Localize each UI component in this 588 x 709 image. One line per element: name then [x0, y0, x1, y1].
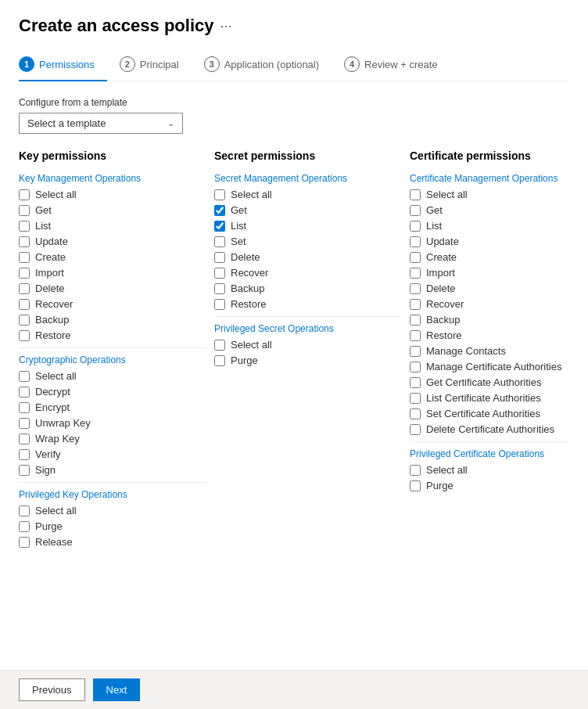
key-recover-checkbox[interactable]: [19, 299, 30, 310]
cert-delete-checkbox[interactable]: [410, 283, 421, 294]
cert-priv-select-all-checkbox[interactable]: [410, 465, 421, 476]
secret-purge-checkbox[interactable]: [214, 355, 225, 366]
cert-get-ca-checkbox[interactable]: [410, 377, 421, 388]
secret-recover-checkbox[interactable]: [214, 268, 225, 279]
key-delete: Delete: [19, 283, 206, 294]
secret-backup-label: Backup: [231, 283, 264, 294]
secret-permissions-header: Secret permissions: [214, 149, 402, 162]
secret-set-checkbox[interactable]: [214, 236, 225, 247]
cert-recover-checkbox[interactable]: [410, 299, 421, 310]
tab-permissions[interactable]: 1 Permissions: [19, 50, 107, 81]
key-recover-label: Recover: [35, 298, 73, 310]
previous-button[interactable]: Previous: [19, 678, 85, 701]
key-create-label: Create: [35, 251, 66, 263]
key-purge-checkbox[interactable]: [19, 521, 30, 532]
cert-restore-checkbox[interactable]: [410, 330, 421, 341]
key-delete-checkbox[interactable]: [19, 283, 30, 294]
key-unwrap-checkbox[interactable]: [19, 418, 30, 429]
key-select-all-label: Select all: [35, 189, 77, 200]
cert-import: Import: [410, 267, 569, 279]
cert-purge: Purge: [410, 480, 569, 491]
cert-restore: Restore: [410, 329, 569, 341]
secret-restore: Restore: [214, 298, 402, 310]
cert-get: Get: [410, 204, 569, 216]
key-priv-select-all-checkbox[interactable]: [19, 506, 30, 516]
secret-restore-checkbox[interactable]: [214, 299, 225, 310]
cert-get-label: Get: [426, 204, 443, 216]
key-release-checkbox[interactable]: [19, 537, 30, 548]
cert-restore-label: Restore: [426, 329, 462, 341]
cert-select-all-checkbox[interactable]: [410, 189, 421, 200]
tab-application-label: Application (optional): [224, 59, 319, 70]
tab-number-4: 4: [344, 56, 360, 72]
cert-create-checkbox[interactable]: [410, 252, 421, 263]
key-sign-checkbox[interactable]: [19, 465, 30, 476]
secret-recover-label: Recover: [231, 267, 268, 279]
key-select-all-checkbox[interactable]: [19, 189, 30, 200]
cert-list-ca-checkbox[interactable]: [410, 393, 421, 404]
tab-review[interactable]: 4 Review + create: [332, 50, 450, 81]
key-unwrap: Unwrap Key: [19, 417, 206, 429]
more-icon[interactable]: ···: [220, 18, 231, 34]
key-release: Release: [19, 536, 206, 548]
secret-list-checkbox[interactable]: [214, 221, 225, 232]
key-decrypt: Decrypt: [19, 386, 206, 398]
priv-secret-ops-title: Privileged Secret Operations: [214, 323, 402, 334]
cert-create-label: Create: [426, 251, 457, 263]
key-crypto-select-all-checkbox[interactable]: [19, 371, 30, 382]
cert-import-checkbox[interactable]: [410, 268, 421, 279]
footer-bar: Previous Next: [0, 670, 588, 709]
key-unwrap-label: Unwrap Key: [35, 417, 91, 429]
key-encrypt-label: Encrypt: [35, 401, 70, 413]
cert-purge-checkbox[interactable]: [410, 480, 421, 491]
tab-application[interactable]: 3 Application (optional): [192, 50, 332, 81]
secret-backup-checkbox[interactable]: [214, 283, 225, 294]
cert-list-label: List: [426, 220, 442, 232]
template-dropdown[interactable]: Select a template ⌄: [19, 113, 183, 134]
key-list-checkbox[interactable]: [19, 221, 30, 232]
cert-set-ca-checkbox[interactable]: [410, 408, 421, 419]
cert-set-ca-label: Set Certificate Authorities: [426, 408, 540, 419]
cert-delete-ca: Delete Certificate Authorities: [410, 423, 569, 435]
cert-list-checkbox[interactable]: [410, 221, 421, 232]
key-import-checkbox[interactable]: [19, 268, 30, 279]
tab-principal[interactable]: 2 Principal: [107, 50, 192, 81]
key-sign-label: Sign: [35, 464, 56, 476]
key-decrypt-checkbox[interactable]: [19, 387, 30, 398]
tab-number-2: 2: [120, 56, 135, 72]
cert-get-ca-label: Get Certificate Authorities: [426, 376, 541, 388]
key-backup: Backup: [19, 314, 206, 326]
next-button[interactable]: Next: [93, 678, 141, 701]
cert-get-checkbox[interactable]: [410, 205, 421, 216]
secret-priv-select-all-checkbox[interactable]: [214, 340, 225, 351]
secret-delete-checkbox[interactable]: [214, 252, 225, 263]
tab-principal-label: Principal: [140, 59, 179, 70]
key-backup-checkbox[interactable]: [19, 315, 30, 326]
key-wrap-checkbox[interactable]: [19, 434, 30, 444]
tabs-bar: 1 Permissions 2 Principal 3 Application …: [19, 50, 569, 81]
secret-priv-select-all: Select all: [214, 339, 402, 351]
cert-select-all-label: Select all: [426, 189, 468, 200]
key-create-checkbox[interactable]: [19, 252, 30, 263]
key-encrypt-checkbox[interactable]: [19, 402, 30, 413]
cert-backup-checkbox[interactable]: [410, 315, 421, 326]
cert-delete-label: Delete: [426, 283, 456, 294]
cert-delete-ca-checkbox[interactable]: [410, 424, 421, 435]
template-section: Configure from a template Select a templ…: [19, 97, 569, 134]
cert-create: Create: [410, 251, 569, 263]
tab-review-label: Review + create: [364, 59, 438, 70]
secret-select-all-checkbox[interactable]: [214, 189, 225, 200]
key-wrap: Wrap Key: [19, 433, 206, 444]
cert-backup: Backup: [410, 314, 569, 326]
key-permissions-column: Key permissions Key Management Operation…: [19, 149, 206, 552]
key-update-label: Update: [35, 236, 68, 247]
cert-update-checkbox[interactable]: [410, 236, 421, 247]
secret-get-checkbox[interactable]: [214, 205, 225, 216]
key-get-checkbox[interactable]: [19, 205, 30, 216]
tab-permissions-label: Permissions: [39, 59, 95, 70]
key-restore-checkbox[interactable]: [19, 330, 30, 341]
key-update-checkbox[interactable]: [19, 236, 30, 247]
cert-manage-contacts-checkbox[interactable]: [410, 346, 421, 357]
key-verify-checkbox[interactable]: [19, 449, 30, 460]
cert-manage-ca-checkbox[interactable]: [410, 362, 421, 372]
